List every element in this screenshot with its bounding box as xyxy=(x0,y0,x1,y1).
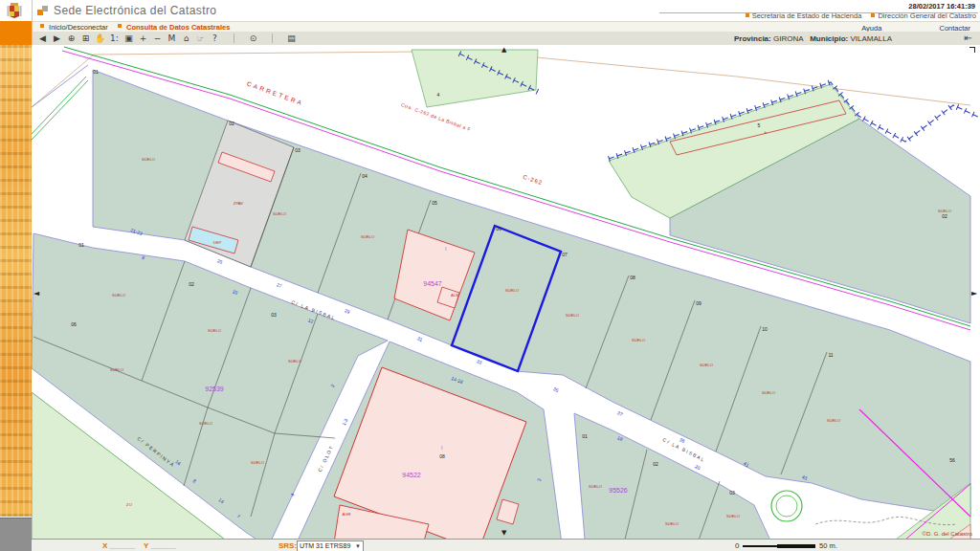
map-label: 5 xyxy=(758,122,761,128)
map-label: SUELO xyxy=(505,288,520,293)
map-copyright: ©D. G. del Catastro xyxy=(923,531,973,537)
link-secretaria[interactable]: Secretaría de Estado de Hacienda xyxy=(752,11,862,20)
map-label: SUELO xyxy=(112,293,126,298)
map-label: SUELO xyxy=(700,363,714,367)
zoom-minus-icon[interactable]: − xyxy=(151,33,164,45)
forward-icon[interactable]: ▶ xyxy=(51,33,63,45)
frame-corner-tr xyxy=(969,47,975,53)
map-label: SUELO xyxy=(827,418,841,423)
spain-coat-of-arms-icon xyxy=(0,0,32,21)
map-canvas[interactable]: 0102030405060708091011010203060102034502… xyxy=(32,45,980,539)
srs-label: SRS: xyxy=(278,541,297,550)
map-label: SUELO xyxy=(288,359,302,364)
map-label: ZPAV xyxy=(234,201,244,206)
menu-consulta-datos[interactable]: Consulta de Datos Catastrales xyxy=(126,23,230,32)
header: Sede Electrónica del Catastro 28/02/2017… xyxy=(33,0,980,21)
map-label: SUELO xyxy=(142,157,156,162)
link-direccion-general[interactable]: Dirección General del Catastro xyxy=(878,11,976,20)
exit-icon[interactable]: ⇤ xyxy=(965,33,972,43)
map-label: 04 xyxy=(362,173,368,179)
map-label: ZO xyxy=(126,502,133,507)
bullet-icon xyxy=(871,13,875,17)
pan-left-icon[interactable]: ◄ xyxy=(33,290,39,298)
map-label: 03 xyxy=(729,490,735,496)
map-label: SUELO xyxy=(632,338,646,342)
provincia-value: GIRONA xyxy=(773,34,804,43)
menu-inicio-desconectar[interactable]: Inicio/Desconectar xyxy=(49,23,108,32)
map-label: SUELO xyxy=(361,234,375,239)
pan-right-icon[interactable]: ► xyxy=(971,290,977,298)
map-label: SUELO xyxy=(110,367,124,372)
pan-up-icon[interactable]: ▲ xyxy=(501,46,506,54)
zoom-scale-icon[interactable]: 1: xyxy=(108,33,121,45)
toolbar-separator xyxy=(272,33,273,43)
map-label: 94547 xyxy=(423,280,442,287)
map-label: 06 xyxy=(496,226,501,231)
map-label: 01 xyxy=(582,433,588,439)
print-icon[interactable]: ▤ xyxy=(285,33,298,45)
zoom-in-icon[interactable]: ⊕ xyxy=(65,33,78,45)
map-label: 02 xyxy=(942,213,947,219)
map-label: 02 xyxy=(229,121,234,126)
map-label: 94522 xyxy=(402,472,421,478)
catastro-brand-icon xyxy=(37,6,50,16)
srs-select[interactable]: UTM 31 ETRS89▼ xyxy=(297,540,364,551)
scale-bar-thin xyxy=(743,545,777,547)
map-label: 95526 xyxy=(609,487,628,494)
map-label: 01 xyxy=(78,242,84,248)
municipio-label: Municipio: xyxy=(810,34,848,43)
scale-zero: 0 xyxy=(735,541,739,550)
print-area-icon[interactable]: ⌂ xyxy=(180,33,192,45)
map-label: 92539 xyxy=(205,386,224,392)
sidebar-city-artwork xyxy=(0,45,32,517)
map-label: SUELO xyxy=(199,421,213,426)
zoom-window-icon[interactable]: ⊞ xyxy=(79,33,92,45)
info-point-icon[interactable]: ⊙ xyxy=(247,33,259,45)
gov-links: Secretaría de Estado de Hacienda Direcci… xyxy=(738,11,976,20)
map-label: 01 xyxy=(93,69,99,75)
help-icon[interactable]: ? xyxy=(209,33,221,45)
map-label: 06 xyxy=(71,321,77,327)
provincia-label: Provincia: xyxy=(734,34,771,43)
scale-label: 50 m. xyxy=(819,541,837,550)
map-label: 02 xyxy=(653,461,658,467)
pan-icon[interactable]: ✋ xyxy=(94,33,106,45)
municipio-value: VILAMALLA xyxy=(850,34,892,43)
map-label: AGR xyxy=(342,512,350,517)
sidebar-footer-strip xyxy=(0,518,32,551)
map-label: 03 xyxy=(271,312,277,318)
measure-icon[interactable]: M xyxy=(166,33,178,45)
zoom-plus-icon[interactable]: + xyxy=(137,33,149,45)
map-label: I xyxy=(441,446,442,451)
map-label: SUELO xyxy=(665,521,679,526)
feature-info-icon[interactable]: ☞ xyxy=(194,33,207,45)
bullet-icon xyxy=(40,24,44,28)
map-label: DEP xyxy=(213,240,222,245)
chevron-down-icon: ▼ xyxy=(355,541,361,551)
scale-bar-thick xyxy=(777,544,815,548)
select-parcel-icon[interactable]: ▣ xyxy=(122,33,135,45)
map-label: 09 xyxy=(696,300,702,306)
pan-down-icon[interactable]: ▼ xyxy=(501,529,506,537)
map-label: 11 xyxy=(828,352,833,358)
sidebar-branding xyxy=(0,0,33,551)
back-icon[interactable]: ◀ xyxy=(36,33,49,45)
map-label: 03 xyxy=(295,147,301,153)
map-label: SUELO xyxy=(726,514,741,518)
map-label: SUELO xyxy=(762,390,776,395)
map-label: 07 xyxy=(562,252,568,257)
cadastral-map[interactable]: 0102030405060708091011010203060102034502… xyxy=(32,45,980,539)
map-label: I xyxy=(445,247,446,252)
map-label: 08 xyxy=(439,453,445,459)
map-label: SUELO xyxy=(938,209,952,213)
sidebar-orange-band xyxy=(0,21,32,46)
toolbar-icons: ◀▶⊕⊞✋1:▣+−M⌂☞?⊙▤ xyxy=(35,32,299,45)
page-title: Sede Electrónica del Catastro xyxy=(54,4,216,17)
map-label: SUELO xyxy=(566,313,580,318)
x-coordinate-label: X ______ xyxy=(102,541,135,550)
map-label: 4 xyxy=(437,92,440,98)
bullet-icon xyxy=(118,24,122,28)
bullet-icon xyxy=(746,13,749,17)
location-info: Provincia: GIRONA Municipio: VILAMALLA xyxy=(734,34,892,43)
map-label: 56 xyxy=(949,457,955,463)
